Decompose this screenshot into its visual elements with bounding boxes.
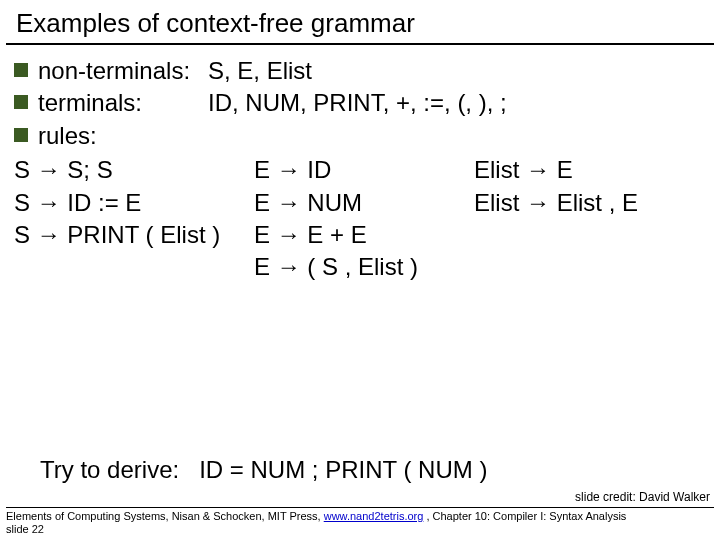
bullet-icon: [14, 63, 28, 77]
rule-line: E → E + E: [254, 219, 474, 251]
slide-body: non-terminals: S, E, Elist terminals: ID…: [0, 45, 720, 284]
bullet-nonterminals: non-terminals: S, E, Elist: [14, 55, 706, 87]
rules-label: rules:: [38, 120, 97, 152]
footer-text-before: Elements of Computing Systems, Nisan & S…: [6, 510, 324, 522]
try-label: Try to derive:: [40, 456, 179, 483]
nonterminals-value: S, E, Elist: [208, 55, 706, 87]
rules-col-e: E → ID E → NUM E → E + E E → ( S , Elist…: [254, 154, 474, 284]
footer-text-after: , Chapter 10: Compiler I: Syntax Analysi…: [423, 510, 626, 522]
slide-credit: slide credit: David Walker: [575, 490, 710, 504]
rule-line: S → ID := E: [14, 187, 254, 219]
rules-col-s: S → S; S S → ID := E S → PRINT ( Elist ): [14, 154, 254, 284]
footer: Elements of Computing Systems, Nisan & S…: [6, 507, 714, 536]
rule-line: E → NUM: [254, 187, 474, 219]
rules-grid: S → S; S S → ID := E S → PRINT ( Elist )…: [14, 154, 706, 284]
rule-line: E → ( S , Elist ): [254, 251, 474, 283]
rule-line: S → PRINT ( Elist ): [14, 219, 254, 251]
try-derive: Try to derive: ID = NUM ; PRINT ( NUM ): [40, 456, 487, 484]
rule-line: E → ID: [254, 154, 474, 186]
terminals-value: ID, NUM, PRINT, +, :=, (, ), ;: [208, 87, 706, 119]
slide: Examples of context-free grammar non-ter…: [0, 0, 720, 540]
bullet-terminals: terminals: ID, NUM, PRINT, +, :=, (, ), …: [14, 87, 706, 119]
rules-col-elist: Elist → E Elist → Elist , E: [474, 154, 706, 284]
try-expression: ID = NUM ; PRINT ( NUM ): [199, 456, 487, 483]
slide-title: Examples of context-free grammar: [6, 0, 714, 45]
terminals-label: terminals:: [38, 87, 208, 119]
rule-line: Elist → Elist , E: [474, 187, 706, 219]
slide-number: slide 22: [6, 523, 44, 535]
bullet-rules: rules:: [14, 120, 706, 152]
nonterminals-label: non-terminals:: [38, 55, 208, 87]
bullet-icon: [14, 128, 28, 142]
rule-line: S → S; S: [14, 154, 254, 186]
footer-link[interactable]: www.nand2tetris.org: [324, 510, 424, 522]
rule-line: Elist → E: [474, 154, 706, 186]
bullet-icon: [14, 95, 28, 109]
